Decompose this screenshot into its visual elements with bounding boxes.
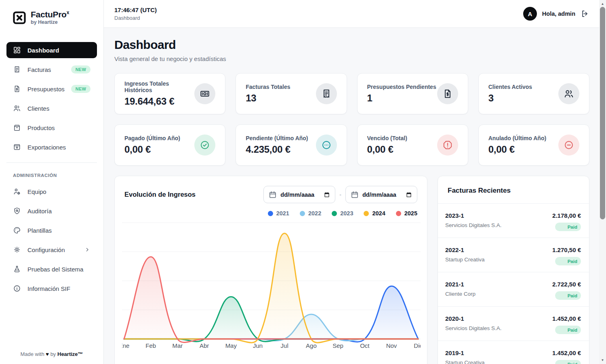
stat-card-clientes-activos: Clientes Activos3 — [478, 73, 589, 114]
sidebar-item-auditoria[interactable]: Auditoría — [6, 203, 97, 219]
date-picker-icon[interactable] — [324, 191, 330, 198]
stat-value: 0,00 € — [367, 144, 407, 155]
date-to-input[interactable]: dd/mm/aaaa — [345, 186, 417, 203]
chevron-right-icon — [84, 246, 90, 253]
sidebar: FactuProx by Heartize DashboardFacturasN… — [0, 0, 104, 364]
sidebar-item-equipo[interactable]: Equipo — [6, 183, 97, 200]
stat-label: Anulado (Último Año) — [488, 135, 546, 141]
page-scrollbar[interactable]: ▲ ▼ — [599, 0, 606, 364]
legend-item-2025[interactable]: 2025 — [396, 210, 417, 217]
svg-text:Nov: Nov — [386, 342, 397, 349]
sidebar-item-label: Facturas — [27, 66, 51, 73]
sidebar-item-informacion-sif[interactable]: Información SIF — [6, 280, 97, 297]
sidebar-item-label: Equipo — [27, 188, 46, 195]
breadcrumb: Dashboard — [114, 15, 157, 21]
stat-label: Ingresos Totales Históricos — [124, 80, 194, 93]
app-logo: FactuProx by Heartize — [0, 0, 103, 25]
scrollbar-down-arrow[interactable]: ▼ — [599, 358, 606, 362]
avatar[interactable]: A — [523, 7, 537, 21]
svg-text:Jun: Jun — [253, 342, 263, 349]
sidebar-item-clientes[interactable]: Clientes — [6, 100, 97, 116]
status-badge: Paid — [555, 257, 581, 265]
info-icon — [13, 284, 21, 292]
chart-title: Evolución de Ingresos — [124, 191, 196, 198]
logout-button[interactable] — [581, 9, 589, 18]
recent-invoices-list: 2023-1Servicios Digitales S.A.2.178,00 €… — [438, 204, 589, 364]
sidebar-footer: Made with ♥ by Heartize™ — [0, 351, 103, 357]
date-to-placeholder: dd/mm/aaaa — [362, 191, 396, 198]
gear-icon — [13, 246, 21, 254]
sidebar-item-dashboard[interactable]: Dashboard — [6, 42, 97, 58]
sidebar-divider — [6, 162, 97, 163]
invoice-amount: 1.452,00 € — [552, 349, 581, 356]
stat-value: 0,00 € — [124, 144, 180, 155]
invoice-amount: 1.452,00 € — [552, 315, 581, 322]
date-from-input[interactable]: dd/mm/aaaa — [263, 186, 335, 203]
invoice-row-2020-1[interactable]: 2020-1Servicios Digitales S.A.1.452,00 €… — [438, 307, 589, 341]
invoice-row-2023-1[interactable]: 2023-1Servicios Digitales S.A.2.178,00 €… — [438, 204, 589, 238]
stat-card-facturas-totales: Facturas Totales13 — [236, 73, 347, 114]
document-dollar-icon — [437, 83, 458, 104]
legend-item-2022[interactable]: 2022 — [300, 210, 321, 217]
footer-brand: Heartize™ — [57, 351, 83, 357]
stat-card-pendiente-ultimo-ano-: Pendiente (Último Año)4.235,00 € — [236, 124, 347, 166]
legend-item-2024[interactable]: 2024 — [364, 210, 385, 217]
dashboard-icon — [13, 46, 21, 54]
date-picker-icon[interactable] — [406, 191, 412, 198]
recent-invoices-panel: Facturas Recientes 2023-1Servicios Digit… — [438, 176, 589, 364]
sidebar-item-facturas[interactable]: FacturasNEW — [6, 61, 97, 78]
stat-label: Clientes Activos — [488, 84, 532, 90]
sidebar-item-label: Información SIF — [27, 285, 70, 292]
scrollbar-up-arrow[interactable]: ▲ — [599, 2, 606, 6]
legend-item-2023[interactable]: 2023 — [332, 210, 353, 217]
stat-value: 13 — [246, 93, 290, 104]
app-byline: by Heartize — [31, 19, 69, 25]
flask-icon — [13, 265, 21, 273]
invoice-number: 2023-1 — [445, 212, 502, 219]
sidebar-item-label: Plantillas — [27, 227, 52, 234]
invoice-row-2019-1[interactable]: 2019-1Startup Creativa1.452,00 €Paid — [438, 341, 589, 364]
sidebar-item-presupuestos[interactable]: PresupuestosNEW — [6, 81, 97, 97]
legend-label: 2024 — [372, 210, 385, 217]
scrollbar-thumb[interactable] — [600, 7, 605, 219]
chart-legend: 20212022202320242025 — [124, 210, 417, 217]
sidebar-item-configuracion[interactable]: Configuración — [6, 242, 97, 258]
legend-item-2021[interactable]: 2021 — [268, 210, 289, 217]
legend-dot — [268, 211, 273, 216]
svg-text:Jul: Jul — [281, 342, 288, 349]
sidebar-item-pruebas-del-sistema[interactable]: Pruebas del Sistema — [6, 261, 97, 277]
panels: Evolución de Ingresos dd/mm/aaaa - dd/mm… — [114, 176, 589, 364]
svg-text:Abr: Abr — [200, 342, 209, 349]
stat-value: 3 — [488, 93, 532, 104]
document-dollar-icon — [13, 85, 21, 93]
svg-text:Oct: Oct — [360, 342, 370, 349]
invoice-number: 2019-1 — [445, 349, 485, 356]
invoice-row-2021-1[interactable]: 2021-1Cliente Corp2.722,50 €Paid — [438, 272, 589, 307]
check-circle-icon — [194, 135, 215, 156]
status-badge: Paid — [555, 326, 581, 334]
sidebar-nav-admin: EquipoAuditoríaPlantillasConfiguraciónPr… — [0, 183, 103, 297]
sidebar-item-productos[interactable]: Productos — [6, 120, 97, 136]
main-content: Dashboard Vista general de tu negocio y … — [103, 28, 599, 364]
date-range-separator: - — [339, 191, 341, 198]
invoice-client: Cliente Corp — [445, 291, 476, 297]
stat-card-vencido-total-: Vencido (Total)0,00 € — [357, 124, 468, 166]
stat-value: 1 — [367, 93, 436, 104]
invoice-client: Startup Creativa — [445, 360, 485, 364]
income-chart: EneFebMarAbrMayJunJulAgoSepOctNovDic — [122, 218, 420, 360]
users-icon — [558, 83, 579, 104]
stat-value: 4.235,00 € — [246, 144, 308, 155]
date-from-placeholder: dd/mm/aaaa — [280, 191, 314, 198]
legend-label: 2025 — [404, 210, 417, 217]
invoice-row-2022-1[interactable]: 2022-1Startup Creativa1.270,50 €Paid — [438, 238, 589, 272]
legend-dot — [396, 211, 401, 216]
svg-text:Sep: Sep — [332, 342, 343, 349]
stat-label: Vencido (Total) — [367, 135, 407, 141]
legend-dot — [364, 211, 369, 216]
sidebar-item-plantillas[interactable]: Plantillas — [6, 222, 97, 238]
palette-icon — [13, 226, 21, 234]
shield-audit-icon — [13, 207, 21, 215]
sidebar-item-exportaciones[interactable]: Exportaciones — [6, 139, 97, 155]
invoice-amount: 1.270,50 € — [552, 246, 581, 253]
stat-value: 0,00 € — [488, 144, 546, 155]
